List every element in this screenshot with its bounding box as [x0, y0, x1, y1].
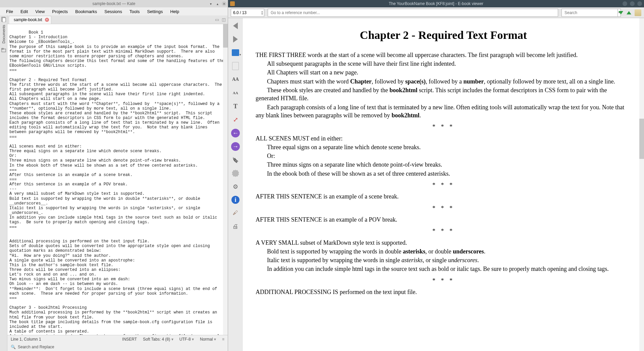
separator: * * *: [256, 181, 631, 189]
documents-label[interactable]: Documents: [2, 25, 6, 44]
menu-projects[interactable]: Projects: [49, 8, 71, 15]
highlight-mode[interactable]: Normal: [200, 337, 216, 342]
reference-input[interactable]: [268, 9, 558, 17]
paragraph: Each paragraph consists of a long line o…: [256, 103, 631, 120]
page-number-field[interactable]: 6.0 / 13 ▲▼: [231, 9, 264, 17]
editor-area[interactable]: Book 1 Chapter 1 - Introduction Welcome …: [7, 24, 228, 335]
paragraph: Italic text is supported by wrapping the…: [256, 256, 631, 264]
page-number-value: 6.0 / 13: [233, 10, 247, 15]
search-label: Search and Replace: [18, 345, 54, 349]
paragraph: In addition you can include simple html …: [256, 265, 631, 273]
tab-mode[interactable]: Soft Tabs: 4 (8): [143, 337, 173, 342]
viewer-content[interactable]: Chapter 2 - Required Text Format THE FIR…: [243, 18, 644, 351]
editor-scrollbar[interactable]: [223, 24, 228, 335]
spin-down-icon[interactable]: ▼: [261, 13, 263, 15]
encoding[interactable]: UTF-8: [179, 337, 194, 342]
minimize-icon[interactable]: [623, 1, 627, 6]
metadata-icon[interactable]: [231, 196, 239, 204]
menu-sessions[interactable]: Sessions: [101, 8, 125, 15]
paragraph: Three equal signs on a separate line whi…: [256, 143, 631, 151]
kate-left-sidebar: Documents: [0, 15, 7, 351]
new-doc-icon[interactable]: ▭: [215, 17, 219, 22]
paragraph: All Chapters will start on a new page.: [256, 68, 631, 76]
search-input[interactable]: [561, 9, 618, 17]
tab-sample-book[interactable]: sample-book.txt ✕: [9, 16, 51, 24]
documents-icon[interactable]: [1, 17, 6, 22]
kate-tabbar: sample-book.txt ✕ ▭ ◫: [7, 15, 228, 24]
menu-file[interactable]: File: [3, 8, 16, 15]
find-prev-icon[interactable]: [627, 11, 631, 14]
viewer-title: The YourBookName Book [KF8:joint] - E-bo…: [389, 1, 483, 6]
close-icon[interactable]: ✕: [222, 1, 226, 6]
book-icon: [230, 1, 235, 6]
paragraph: ALL SCENES MUST end in either:: [256, 134, 631, 142]
paragraph: All subsequent paragraphs in the scene w…: [256, 60, 631, 68]
insert-mode[interactable]: INSERT: [122, 337, 137, 342]
separator: * * *: [256, 123, 631, 131]
kate-title: sample-book.txt — Kate: [92, 1, 135, 6]
viewer-toolbar: 6.0 / 13 ▲▼ ▼: [228, 7, 644, 18]
separator: * * *: [256, 277, 631, 285]
viewer-titlebar[interactable]: The YourBookName Book [KF8:joint] - E-bo…: [228, 0, 644, 7]
svg-rect-1: [2, 18, 6, 22]
minimize-icon[interactable]: ▾: [208, 1, 213, 6]
close-icon[interactable]: [637, 1, 642, 6]
print-icon[interactable]: [230, 222, 240, 231]
menu-icon[interactable]: ≡: [222, 337, 224, 342]
tab-label: sample-book.txt: [14, 17, 42, 22]
chapter-heading: Chapter 2 - Required Text Format: [256, 27, 631, 43]
filesystem-icon[interactable]: [1, 48, 6, 53]
back-icon[interactable]: [231, 129, 240, 137]
kate-titlebar[interactable]: sample-book.txt — Kate ▾ ▴ ✕: [0, 0, 228, 7]
kate-menubar: File Edit View Projects Bookmarks Sessio…: [0, 7, 228, 15]
paragraph: THE FIRST THREE words at the start of a …: [256, 51, 631, 59]
paragraph: ADDITIONAL PROCESSING IS performed on th…: [256, 288, 631, 296]
editor-text: Book 1 Chapter 1 - Introduction Welcome …: [9, 30, 227, 335]
separator: * * *: [256, 204, 631, 212]
split-icon[interactable]: ◫: [222, 17, 226, 22]
search-icon: 🔍: [11, 345, 16, 349]
menu-view[interactable]: View: [32, 8, 48, 15]
menu-settings[interactable]: Settings: [144, 8, 166, 15]
separator: * * *: [256, 227, 631, 235]
next-page-icon[interactable]: [230, 35, 240, 44]
kate-window: sample-book.txt — Kate ▾ ▴ ✕ File Edit V…: [0, 0, 228, 351]
preferences-icon[interactable]: [230, 182, 240, 191]
find-next-icon[interactable]: [619, 11, 623, 14]
viewer-scrollbar[interactable]: [639, 18, 644, 351]
menu-tools[interactable]: Tools: [126, 8, 143, 15]
cursor-position[interactable]: Line 1, Column 1: [11, 337, 41, 342]
tab-close-icon[interactable]: ✕: [45, 18, 49, 22]
toc-icon[interactable]: [230, 169, 240, 178]
fullscreen-icon[interactable]: [230, 115, 240, 124]
paragraph: In the ebook both of these will be shown…: [256, 170, 631, 178]
paragraph: These ebook styles are created and handl…: [256, 86, 631, 103]
font-smaller-icon[interactable]: [230, 89, 240, 97]
forward-icon[interactable]: [231, 142, 240, 151]
maximize-icon[interactable]: ▴: [215, 1, 220, 6]
paragraph: A VERY SMALL subset of MarkDown style te…: [256, 239, 631, 247]
toggle-scroll-icon[interactable]: [635, 9, 641, 16]
paragraph: Three minus signs on a separate line whi…: [256, 161, 631, 169]
theme-icon[interactable]: [230, 209, 240, 217]
paragraph: AFTER THIS SENTENCE is an example of a P…: [256, 216, 631, 224]
copy-icon[interactable]: [230, 62, 240, 70]
ebook-viewer-window: The YourBookName Book [KF8:joint] - E-bo…: [228, 0, 644, 351]
paragraph: Or:: [256, 152, 631, 160]
maximize-icon[interactable]: [630, 1, 635, 6]
menu-edit[interactable]: Edit: [17, 8, 31, 15]
paragraph: Chapters must start with the word Chapte…: [256, 77, 631, 85]
search-bar[interactable]: 🔍 Search and Replace: [7, 343, 228, 351]
font-larger-icon[interactable]: [230, 75, 240, 84]
open-book-icon[interactable]: ▾: [230, 48, 240, 57]
spin-up-icon[interactable]: ▲: [261, 10, 263, 13]
kate-statusbar: Line 1, Column 1 INSERT Soft Tabs: 4 (8)…: [7, 335, 228, 343]
prev-page-icon[interactable]: [230, 21, 240, 30]
bookmark-icon[interactable]: [230, 156, 240, 164]
font-options-icon[interactable]: [230, 102, 240, 111]
menu-bookmarks[interactable]: Bookmarks: [72, 8, 100, 15]
paragraph: AFTER THIS SENTENCE is an example of a s…: [256, 192, 631, 200]
paragraph: Bold text is supported by wrapping the w…: [256, 247, 631, 255]
viewer-sidebar: ▾: [228, 18, 243, 351]
menu-help[interactable]: Help: [167, 8, 182, 15]
